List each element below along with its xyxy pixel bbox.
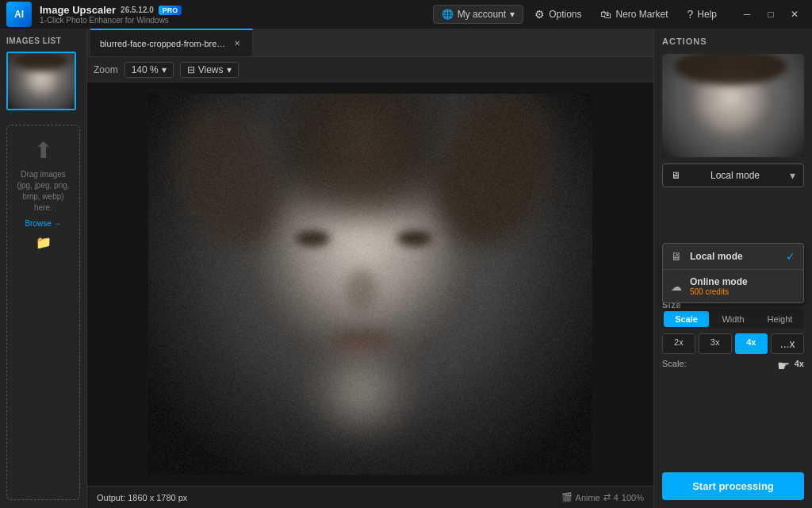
status-bar: Output: 1860 x 1780 px 🎬 Anime ⇄ 4 100%	[87, 486, 653, 508]
size-section: Size Scale Width Height 2x 3x 4x ...x Sc…	[662, 297, 804, 368]
size-tabs: Scale Width Height	[662, 310, 804, 329]
help-button[interactable]: ? Help	[680, 5, 725, 24]
app-name-main: Image Upscaler 26.5.12.0 PRO	[40, 4, 182, 16]
folder-icon: 📁	[13, 234, 73, 252]
image-thumbnail[interactable]	[6, 52, 76, 110]
app-name-block: Image Upscaler 26.5.12.0 PRO 1-Click Pho…	[40, 4, 182, 25]
check-icon: ✓	[786, 250, 795, 263]
image-tab[interactable]: blurred-face-cropped-from-brett-jordan-b…	[90, 29, 253, 56]
upload-area[interactable]: ⬆ Drag images (jpg, jpeg, png, bmp, webp…	[6, 125, 80, 500]
views-chevron-icon: ▾	[227, 64, 232, 75]
frame-arrows-icon: ⇄	[603, 492, 611, 502]
scale-3x-button[interactable]: 3x	[699, 333, 732, 354]
anime-icon: 🎬	[561, 492, 573, 502]
options-button[interactable]: ⚙ Options	[527, 5, 589, 24]
scale-custom-button[interactable]: ...x	[771, 333, 804, 354]
app-version: 26.5.12.0	[121, 6, 154, 14]
local-mode-option[interactable]: 🖥 Local mode ✓	[663, 244, 803, 269]
minimize-icon: ─	[744, 9, 751, 20]
title-bar: AI Image Upscaler 26.5.12.0 PRO 1-Click …	[0, 0, 812, 29]
zoom-label: Zoom	[94, 64, 118, 75]
browse-link[interactable]: Browse →	[13, 218, 73, 229]
views-label: Views	[198, 64, 224, 75]
tab-close-button[interactable]: ✕	[232, 38, 243, 49]
online-mode-option[interactable]: ☁ Online mode 500 credits	[663, 270, 803, 302]
output-label: Output:	[97, 493, 125, 502]
options-label: Options	[549, 9, 581, 20]
chevron-down-icon: ▾	[162, 64, 167, 75]
close-icon: ✕	[791, 9, 799, 20]
title-bar-right: 🌐 My account ▾ ⚙ Options 🛍 Nero Market ?…	[433, 5, 806, 24]
app-sub: 1-Click Photo Enhancer for Windows	[40, 16, 182, 25]
monitor-icon: 🖥	[671, 170, 680, 181]
close-button[interactable]: ✕	[783, 6, 806, 23]
dropdown-chevron-icon: ▾	[790, 169, 795, 182]
preview-thumbnail	[662, 54, 804, 157]
frame-count: 4	[614, 493, 619, 502]
tab-bar: blurred-face-cropped-from-brett-jordan-b…	[87, 29, 653, 57]
center-area: blurred-face-cropped-from-brett-jordan-b…	[87, 29, 653, 508]
app-name: Image Upscaler	[40, 4, 116, 16]
views-icon: ⊟	[187, 64, 195, 75]
upload-icon: ⬆	[13, 135, 73, 166]
monitor-small-icon: 🖥	[671, 250, 682, 263]
zoom-value: 140 %	[132, 64, 159, 75]
chevron-down-icon: ▾	[510, 9, 515, 20]
options-icon: ⚙	[534, 8, 545, 21]
tab-name: blurred-face-cropped-from-brett-jordan-b…	[100, 39, 227, 48]
main-image-canvas	[148, 94, 592, 475]
logo-text: AI	[14, 9, 24, 20]
nero-label: Nero Market	[615, 9, 668, 20]
mode-label: Local mode	[710, 170, 760, 181]
anime-badge: 🎬 Anime ⇄ 4 100%	[561, 492, 644, 502]
panel-right: ACTIONS 🖥 Local mode ▾ 🖥 Local mode ✓ ☁ …	[653, 29, 812, 508]
mode-dropdown-menu: 🖥 Local mode ✓ ☁ Online mode 500 credits	[662, 243, 804, 303]
account-button[interactable]: 🌐 My account ▾	[433, 5, 523, 24]
window-controls: ─ □ ✕	[736, 6, 806, 23]
start-processing-button[interactable]: Start processing	[662, 472, 804, 500]
scale-value-row: Scale: 4x	[662, 359, 804, 368]
zoom-display[interactable]: 140 % ▾	[124, 62, 174, 78]
tab-width[interactable]: Width	[710, 311, 756, 327]
store-icon: 🛍	[600, 8, 611, 21]
scale-label: Scale:	[662, 359, 687, 368]
upload-text: Drag images (jpg, jpeg, png, bmp, webp) …	[13, 169, 73, 214]
help-icon: ?	[688, 8, 694, 21]
views-button[interactable]: ⊟ Views ▾	[180, 62, 239, 78]
sidebar-left: IMAGES LIST ⬆ Drag images (jpg, jpeg, pn…	[0, 29, 87, 508]
maximize-icon: □	[768, 9, 773, 20]
cloud-icon: ☁	[671, 280, 682, 293]
title-bar-left: AI Image Upscaler 26.5.12.0 PRO 1-Click …	[6, 2, 182, 27]
image-viewport	[87, 83, 653, 486]
output-value: 1860 x 1780 px	[128, 493, 187, 502]
main-layout: IMAGES LIST ⬆ Drag images (jpg, jpeg, pn…	[0, 29, 812, 508]
scale-4x-button[interactable]: 4x	[735, 333, 768, 354]
zoom-percent: 100%	[622, 493, 644, 502]
scale-buttons: 2x 3x 4x ...x	[662, 333, 804, 354]
globe-icon: 🌐	[442, 9, 454, 20]
status-right: 🎬 Anime ⇄ 4 100%	[561, 492, 644, 502]
toolbar-bar: Zoom 140 % ▾ ⊟ Views ▾	[87, 57, 653, 83]
scale-value-display: 4x	[795, 359, 804, 368]
help-label: Help	[697, 9, 717, 20]
tab-scale[interactable]: Scale	[664, 311, 709, 327]
images-list-title: IMAGES LIST	[6, 37, 80, 45]
tab-height[interactable]: Height	[757, 311, 802, 327]
account-label: My account	[458, 9, 506, 20]
pro-badge: PRO	[159, 6, 182, 15]
actions-title: ACTIONS	[662, 37, 804, 46]
minimize-button[interactable]: ─	[736, 6, 758, 23]
app-logo: AI	[6, 2, 32, 27]
maximize-button[interactable]: □	[760, 6, 782, 23]
scale-2x-button[interactable]: 2x	[662, 333, 695, 354]
nero-market-button[interactable]: 🛍 Nero Market	[592, 5, 676, 24]
anime-label: Anime	[576, 493, 600, 502]
output-info: Output: 1860 x 1780 px	[97, 493, 187, 502]
mode-dropdown[interactable]: 🖥 Local mode ▾	[662, 164, 804, 187]
